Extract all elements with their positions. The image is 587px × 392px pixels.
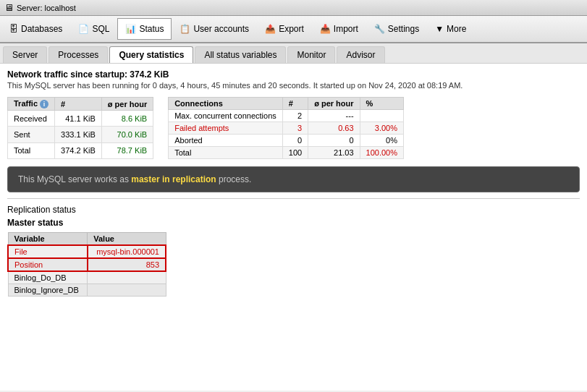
sub-tabs: Server Processes Query statistics All st… [0, 43, 587, 64]
traffic-received-count: 41.1 KiB [55, 111, 102, 127]
sql-button[interactable]: 📄 SQL [70, 18, 117, 40]
connections-label: Total [169, 147, 283, 159]
traffic-label: Total [8, 142, 55, 158]
connections-failed-per-hour: 0.63 [308, 122, 360, 135]
divider [7, 198, 580, 199]
table-row: Received 41.1 KiB 8.6 KiB [8, 111, 153, 127]
user-accounts-icon: 📋 [180, 24, 190, 34]
replication-notice: This MySQL server works as master in rep… [7, 166, 580, 192]
table-row: Total 100 21.03 100.00% [169, 147, 404, 159]
connections-label: Max. concurrent connections [169, 110, 283, 122]
connections-col-header: Connections [169, 98, 283, 110]
databases-icon: 🗄 [9, 24, 18, 34]
connections-label: Failed attempts [169, 122, 283, 135]
table-row: Binlog_Ignore_DB [8, 284, 166, 297]
connections-max-pct [360, 110, 403, 122]
stats-tables-row: Traffic i # ø per hour Received 41.1 KiB… [7, 97, 580, 159]
network-summary: Network traffic since startup: 374.2 KiB [7, 69, 580, 80]
traffic-info-icon[interactable]: i [40, 100, 48, 108]
settings-button[interactable]: 🔧 Settings [366, 18, 427, 40]
master-value-file: mysql-bin.000001 [88, 245, 166, 258]
connections-pct-header: % [360, 98, 403, 110]
connections-total-count: 100 [282, 147, 308, 159]
replication-section-title: Replication status [7, 205, 580, 215]
table-row: Binlog_Do_DB [8, 271, 166, 284]
connections-failed-count: 3 [282, 122, 308, 135]
traffic-per-hour-header: ø per hour [101, 98, 153, 111]
connections-aborted-per-hour: 0 [308, 135, 360, 147]
table-row: Sent 333.1 KiB 70.0 KiB [8, 127, 153, 142]
traffic-sent-count: 333.1 KiB [55, 127, 102, 142]
export-icon: 📤 [265, 24, 276, 34]
main-toolbar: 🗄 Databases 📄 SQL 📊 Status 📋 User accoun… [0, 16, 587, 43]
traffic-sent-per-hour: 70.0 KiB [101, 127, 153, 142]
master-status-title: Master status [7, 218, 580, 228]
content-area: Network traffic since startup: 374.2 KiB… [0, 64, 587, 391]
connections-label: Aborted [169, 135, 283, 147]
table-row: Total 374.2 KiB 78.7 KiB [8, 142, 153, 158]
table-row: File mysql-bin.000001 [8, 245, 166, 258]
user-accounts-button[interactable]: 📋 User accounts [172, 18, 257, 40]
master-value-binlog-ignore [88, 284, 166, 297]
connections-aborted-count: 0 [282, 135, 308, 147]
databases-button[interactable]: 🗄 Databases [1, 18, 70, 40]
master-value-binlog-do [88, 271, 166, 284]
value-header: Value [88, 233, 166, 246]
status-button[interactable]: 📊 Status [117, 18, 172, 40]
table-row: Aborted 0 0 0% [169, 135, 404, 147]
import-button[interactable]: 📥 Import [312, 18, 366, 40]
more-button[interactable]: ▼ More [427, 18, 474, 40]
export-button[interactable]: 📤 Export [257, 18, 312, 40]
master-status-table: Variable Value File mysql-bin.000001 Pos… [7, 232, 166, 297]
connections-max-per-hour: --- [308, 110, 360, 122]
connections-per-hour-header: ø per hour [308, 98, 360, 110]
connections-count-header: # [282, 98, 308, 110]
traffic-total-per-hour: 78.7 KiB [101, 142, 153, 158]
window-title: Server: localhost [17, 4, 76, 12]
tab-query-statistics[interactable]: Query statistics [109, 46, 193, 63]
sql-icon: 📄 [78, 24, 89, 34]
traffic-label: Received [8, 111, 55, 127]
table-row: Failed attempts 3 0.63 3.00% [169, 122, 404, 135]
variable-header: Variable [8, 233, 88, 246]
master-variable-binlog-ignore: Binlog_Ignore_DB [8, 284, 88, 297]
traffic-received-per-hour: 8.6 KiB [101, 111, 153, 127]
replication-text-after: process. [216, 174, 252, 184]
tab-monitor[interactable]: Monitor [287, 46, 335, 63]
import-icon: 📥 [320, 24, 331, 34]
table-row: Position 853 [8, 258, 166, 271]
replication-bold-text: master in replication [131, 174, 216, 184]
table-row: Max. concurrent connections 2 --- [169, 110, 404, 122]
traffic-label: Sent [8, 127, 55, 142]
replication-text-before: This MySQL server works as [18, 174, 131, 184]
connections-table: Connections # ø per hour % Max. concurre… [168, 97, 404, 159]
connections-failed-pct: 3.00% [360, 122, 403, 135]
tab-processes[interactable]: Processes [48, 46, 108, 63]
master-variable-binlog-do: Binlog_Do_DB [8, 271, 88, 284]
tab-all-status-variables[interactable]: All status variables [195, 46, 286, 63]
connections-max-count: 2 [282, 110, 308, 122]
master-variable-position: Position [8, 258, 88, 271]
master-variable-file: File [8, 245, 88, 258]
server-icon: 🖥 [4, 2, 14, 13]
settings-icon: 🔧 [374, 24, 385, 34]
master-value-position: 853 [88, 258, 166, 271]
tab-server[interactable]: Server [3, 46, 47, 63]
traffic-table: Traffic i # ø per hour Received 41.1 KiB… [7, 97, 153, 159]
status-icon: 📊 [125, 24, 136, 34]
traffic-col-header: Traffic i [8, 98, 55, 111]
connections-total-pct: 100.00% [360, 147, 403, 159]
tab-advisor[interactable]: Advisor [337, 46, 384, 63]
connections-total-per-hour: 21.03 [308, 147, 360, 159]
title-bar: 🖥 Server: localhost [0, 0, 587, 16]
network-description: This MySQL server has been running for 0… [7, 81, 580, 90]
more-chevron-icon: ▼ [435, 24, 444, 34]
traffic-total-count: 374.2 KiB [55, 142, 102, 158]
connections-aborted-pct: 0% [360, 135, 403, 147]
traffic-count-header: # [55, 98, 102, 111]
